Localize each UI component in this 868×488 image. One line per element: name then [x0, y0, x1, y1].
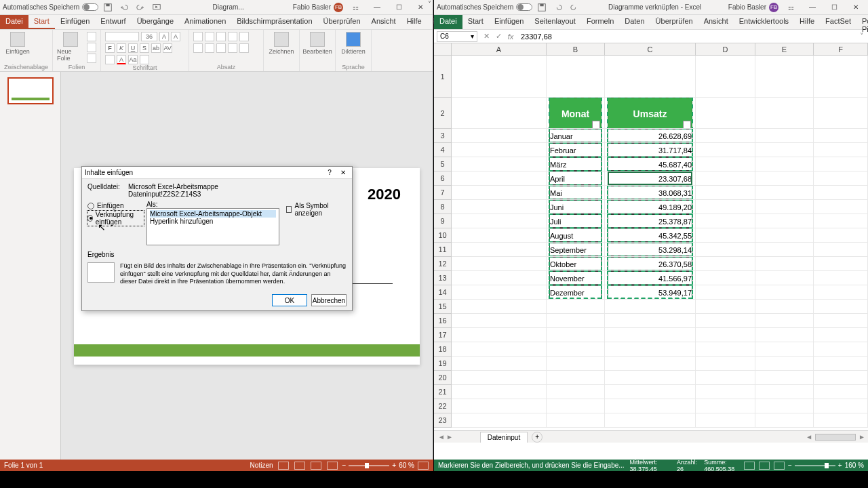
cell[interactable] — [755, 413, 814, 428]
highlight-icon[interactable] — [105, 55, 115, 64]
cell[interactable] — [452, 228, 547, 243]
name-box[interactable]: C6 ▾ — [437, 31, 477, 42]
align-right-icon[interactable] — [216, 43, 226, 53]
zoom-value[interactable]: 60 % — [399, 462, 414, 469]
cell[interactable] — [547, 56, 605, 98]
section-icon[interactable] — [87, 54, 96, 63]
indent-dec-icon[interactable] — [216, 32, 226, 41]
tab-datei[interactable]: Datei — [434, 15, 462, 29]
ribbon-options-icon[interactable]: ⚏ — [346, 3, 365, 11]
list-item[interactable]: Microsoft Excel-Arbeitsmappe-Objekt — [150, 210, 276, 218]
cell[interactable] — [814, 385, 868, 399]
cell[interactable] — [696, 143, 755, 157]
row-header[interactable]: 6 — [434, 171, 452, 186]
numbering-icon[interactable] — [205, 32, 214, 41]
cell[interactable] — [755, 314, 814, 328]
cell[interactable]: 49.189,20 — [605, 200, 696, 214]
col-header-B[interactable]: B — [547, 43, 605, 55]
cell[interactable] — [452, 271, 547, 285]
cell[interactable]: Dezember — [547, 285, 605, 300]
cell[interactable] — [452, 157, 547, 171]
bullets-icon[interactable] — [193, 32, 203, 41]
cell[interactable] — [452, 171, 547, 186]
font-size-box[interactable]: 36 — [141, 32, 157, 41]
cell[interactable] — [755, 385, 814, 399]
row-header[interactable]: 1 — [434, 56, 452, 98]
row-header[interactable]: 9 — [434, 214, 452, 228]
bold-button[interactable]: F — [105, 43, 115, 53]
add-sheet-button[interactable]: + — [532, 432, 542, 443]
cell[interactable] — [605, 371, 696, 385]
font-color-icon[interactable]: A — [117, 55, 126, 64]
spreadsheet-grid[interactable]: A B C D E F 12Monat▾Umsatz▾3Januar26.628… — [434, 43, 868, 430]
tab-daten[interactable]: Daten — [619, 15, 650, 29]
row-header[interactable]: 22 — [434, 399, 452, 413]
shadow-button[interactable]: ab — [151, 43, 161, 53]
strike-button[interactable]: S — [140, 43, 149, 53]
row-header[interactable]: 23 — [434, 413, 452, 428]
cell[interactable] — [755, 228, 814, 243]
increase-font-icon[interactable]: A — [159, 32, 169, 41]
cell[interactable] — [696, 171, 755, 186]
ribbon-options-icon[interactable]: ⚏ — [781, 3, 800, 11]
cell[interactable] — [452, 143, 547, 157]
cell[interactable]: 45.687,40 — [605, 157, 696, 171]
columns-icon[interactable] — [239, 43, 249, 53]
sheet-nav-prev-icon[interactable]: ◄ — [438, 433, 445, 441]
cell[interactable] — [814, 371, 868, 385]
cell[interactable] — [547, 413, 605, 428]
radio-link[interactable]: Verknüpfung einfügen — [87, 211, 144, 226]
tab-powerpivot[interactable]: Power Pivot — [856, 15, 868, 29]
cell[interactable] — [814, 200, 868, 214]
tab-datei[interactable]: Datei — [0, 15, 28, 29]
reset-icon[interactable] — [87, 43, 96, 52]
col-header-F[interactable]: F — [814, 43, 868, 55]
row-header[interactable]: 21 — [434, 385, 452, 399]
row-header[interactable]: 5 — [434, 157, 452, 171]
filter-icon[interactable]: ▾ — [592, 121, 600, 129]
cell[interactable] — [755, 171, 814, 186]
cell[interactable] — [452, 357, 547, 371]
dialog-help-icon[interactable]: ? — [323, 169, 336, 176]
tab-einfuegen[interactable]: Einfügen — [55, 15, 95, 29]
cell[interactable] — [696, 129, 755, 143]
indent-inc-icon[interactable] — [228, 32, 237, 41]
cell[interactable]: Monat▾ — [547, 98, 605, 129]
decrease-font-icon[interactable]: A — [171, 32, 180, 41]
cell[interactable] — [755, 143, 814, 157]
sheet-nav-next-icon[interactable]: ► — [446, 433, 453, 441]
close-icon[interactable]: ✕ — [846, 3, 865, 11]
slide-thumbnail-1[interactable] — [7, 77, 54, 104]
col-header-D[interactable]: D — [696, 43, 755, 55]
cell[interactable] — [605, 399, 696, 413]
maximize-icon[interactable]: ☐ — [389, 3, 408, 11]
tab-hilfe[interactable]: Hilfe — [401, 15, 427, 29]
cell[interactable] — [814, 300, 868, 314]
cell[interactable] — [696, 300, 755, 314]
cell[interactable] — [696, 399, 755, 413]
save-icon[interactable] — [103, 3, 113, 12]
cell[interactable] — [755, 56, 814, 98]
cell[interactable] — [452, 186, 547, 200]
cell[interactable]: 26.628,69 — [605, 129, 696, 143]
cell[interactable] — [605, 56, 696, 98]
tab-animationen[interactable]: Animationen — [179, 15, 231, 29]
layout-icon[interactable] — [87, 32, 96, 41]
chevron-down-icon[interactable]: ▾ — [471, 33, 474, 40]
cell[interactable] — [814, 129, 868, 143]
cell[interactable] — [814, 228, 868, 243]
row-header[interactable]: 19 — [434, 357, 452, 371]
col-header-C[interactable]: C — [605, 43, 696, 55]
cell[interactable] — [605, 357, 696, 371]
tab-entwicklertools[interactable]: Entwicklertools — [734, 15, 794, 29]
align-center-icon[interactable] — [205, 43, 214, 53]
col-header-E[interactable]: E — [755, 43, 814, 55]
cell[interactable]: Oktober — [547, 257, 605, 271]
normal-view-icon[interactable] — [278, 462, 289, 470]
list-item[interactable]: Hyperlink hinzufügen — [150, 218, 276, 225]
cell[interactable]: 25.378,87 — [605, 214, 696, 228]
cell[interactable]: 23.307,68 — [605, 171, 696, 186]
cell[interactable] — [755, 399, 814, 413]
cell[interactable] — [755, 271, 814, 285]
cell[interactable] — [547, 342, 605, 357]
